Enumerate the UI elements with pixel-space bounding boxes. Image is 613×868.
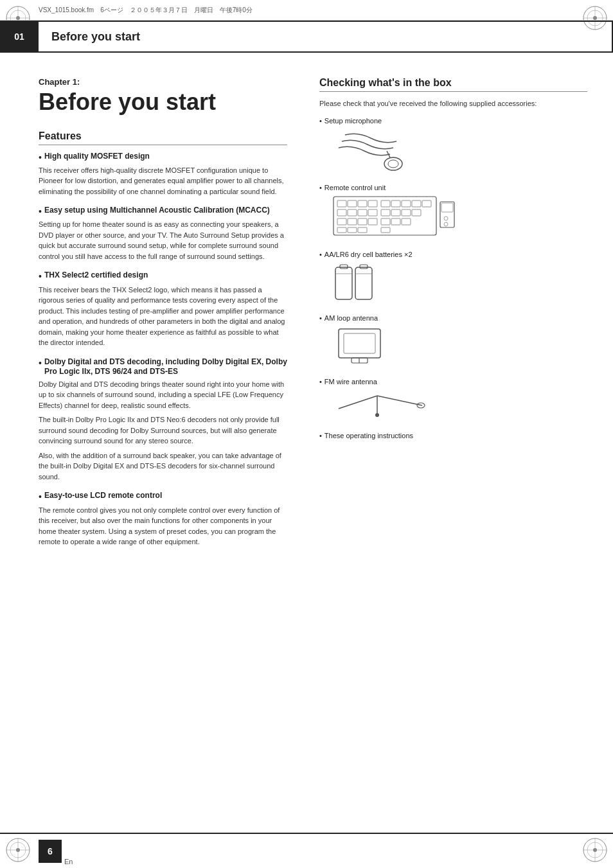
footer: 6 En xyxy=(0,833,613,868)
feature-title-1: High quality MOSFET design xyxy=(44,152,150,162)
svg-point-21 xyxy=(388,160,398,168)
bullet-icon: • xyxy=(319,432,322,439)
svg-rect-42 xyxy=(412,200,421,207)
feature-text-5: The remote control gives you not only co… xyxy=(39,505,287,547)
title-bar-title: Before you start xyxy=(39,21,613,53)
svg-rect-34 xyxy=(358,218,367,225)
bullet-icon: • xyxy=(39,491,42,502)
svg-rect-48 xyxy=(381,218,390,225)
svg-rect-29 xyxy=(348,209,357,216)
feature-item-1: • High quality MOSFET design This receiv… xyxy=(39,152,287,197)
svg-rect-53 xyxy=(441,203,453,212)
page-en: En xyxy=(64,858,73,868)
svg-rect-32 xyxy=(337,218,346,225)
checking-intro: Please check that you've received the fo… xyxy=(319,98,587,109)
right-column: Checking what's in the box Please check … xyxy=(306,64,613,829)
accessory-am-antenna: • AM loop antenna xyxy=(319,314,587,368)
chapter-label: Chapter 1: xyxy=(39,77,287,87)
am-antenna-illustration xyxy=(332,326,587,368)
header-text: VSX_1015.book.fm 6ページ ２００５年３月７日 月曜日 午後7時… xyxy=(39,6,253,15)
accessory-label-3: AA/LR6 dry cell batteries ×2 xyxy=(324,251,413,258)
accessory-label-5: FM wire antenna xyxy=(324,378,377,385)
svg-point-55 xyxy=(444,222,448,226)
accessory-label-4: AM loop antenna xyxy=(324,314,378,322)
svg-rect-59 xyxy=(355,267,372,299)
bullet-icon: • xyxy=(319,117,322,125)
feature-text-4c: Also, with the addition of a surround ba… xyxy=(39,450,287,483)
svg-point-69 xyxy=(375,413,379,417)
svg-rect-26 xyxy=(358,200,367,207)
batteries-illustration xyxy=(332,262,587,304)
svg-line-66 xyxy=(339,396,377,409)
svg-rect-38 xyxy=(358,227,367,233)
main-content: Chapter 1: Before you start Features • H… xyxy=(0,64,613,829)
feature-text-2: Setting up for home theater sound is as … xyxy=(39,219,287,261)
feature-title-5: Easy-to-use LCD remote control xyxy=(44,491,162,501)
bullet-icon: • xyxy=(319,378,322,385)
bullet-icon: • xyxy=(319,184,322,191)
accessory-label-2: Remote control unit xyxy=(324,184,386,191)
svg-rect-57 xyxy=(340,265,348,269)
svg-rect-47 xyxy=(412,209,421,216)
page-number: 6 xyxy=(39,840,62,863)
svg-rect-50 xyxy=(402,218,411,225)
svg-rect-44 xyxy=(381,209,390,216)
svg-rect-51 xyxy=(381,227,390,233)
accessory-microphone: • Setup microphone xyxy=(319,117,587,173)
microphone-illustration xyxy=(332,128,587,173)
remote-illustration xyxy=(332,195,587,240)
svg-rect-30 xyxy=(358,209,367,216)
feature-text-3: This receiver bears the THX Select2 logo… xyxy=(39,285,287,348)
feature-title-4: Dolby Digital and DTS decoding, includin… xyxy=(44,357,287,377)
features-section-title: Features xyxy=(39,130,287,145)
bullet-icon: • xyxy=(39,357,42,369)
svg-rect-56 xyxy=(335,267,352,299)
accessory-fm-antenna: • FM wire antenna xyxy=(319,378,587,421)
title-bar: 01 Before you start xyxy=(0,21,613,53)
svg-rect-33 xyxy=(348,218,357,225)
bullet-icon: • xyxy=(39,270,42,282)
accessory-instructions: • These operating instructions xyxy=(319,432,587,439)
svg-rect-49 xyxy=(391,218,400,225)
svg-line-67 xyxy=(377,396,422,405)
chapter-number: 01 xyxy=(0,21,39,53)
svg-rect-40 xyxy=(391,200,400,207)
svg-rect-45 xyxy=(391,209,400,216)
svg-rect-39 xyxy=(381,200,390,207)
bullet-icon: • xyxy=(39,206,42,217)
accessory-remote: • Remote control unit xyxy=(319,184,587,240)
svg-rect-31 xyxy=(368,209,377,216)
svg-rect-27 xyxy=(368,200,377,207)
fm-antenna-illustration xyxy=(332,389,587,421)
svg-rect-46 xyxy=(402,209,411,216)
left-column: Chapter 1: Before you start Features • H… xyxy=(0,64,306,829)
feature-item-5: • Easy-to-use LCD remote control The rem… xyxy=(39,491,287,547)
feature-text-4a: Dolby Digital and DTS decoding brings th… xyxy=(39,379,287,411)
svg-rect-28 xyxy=(337,209,346,216)
svg-rect-25 xyxy=(348,200,357,207)
bullet-icon: • xyxy=(319,251,322,258)
header-bar: VSX_1015.book.fm 6ページ ２００５年３月７日 月曜日 午後7時… xyxy=(0,0,613,21)
svg-point-20 xyxy=(384,157,402,170)
feature-title-2: Easy setup using Multichannel Acoustic C… xyxy=(44,206,270,216)
svg-rect-41 xyxy=(402,200,411,207)
svg-rect-52 xyxy=(440,202,454,227)
feature-title-3: THX Select2 certified design xyxy=(44,270,148,281)
svg-rect-63 xyxy=(344,333,375,353)
svg-rect-35 xyxy=(368,218,377,225)
svg-rect-43 xyxy=(422,200,431,207)
svg-rect-37 xyxy=(348,227,357,233)
accessory-label-6: These operating instructions xyxy=(324,432,413,439)
svg-rect-60 xyxy=(360,265,368,269)
accessory-label-1: Setup microphone xyxy=(324,117,382,125)
checking-section-title: Checking what's in the box xyxy=(319,77,587,92)
bullet-icon: • xyxy=(39,152,42,163)
accessory-batteries: • AA/LR6 dry cell batteries ×2 xyxy=(319,251,587,304)
feature-item-3: • THX Select2 certified design This rece… xyxy=(39,270,287,348)
big-title: Before you start xyxy=(39,89,287,115)
feature-item-2: • Easy setup using Multichannel Acoustic… xyxy=(39,206,287,261)
svg-rect-24 xyxy=(337,200,346,207)
feature-text-1: This receiver offers high-quality discre… xyxy=(39,165,287,197)
feature-item-4: • Dolby Digital and DTS decoding, includ… xyxy=(39,357,287,483)
svg-point-54 xyxy=(444,217,448,220)
